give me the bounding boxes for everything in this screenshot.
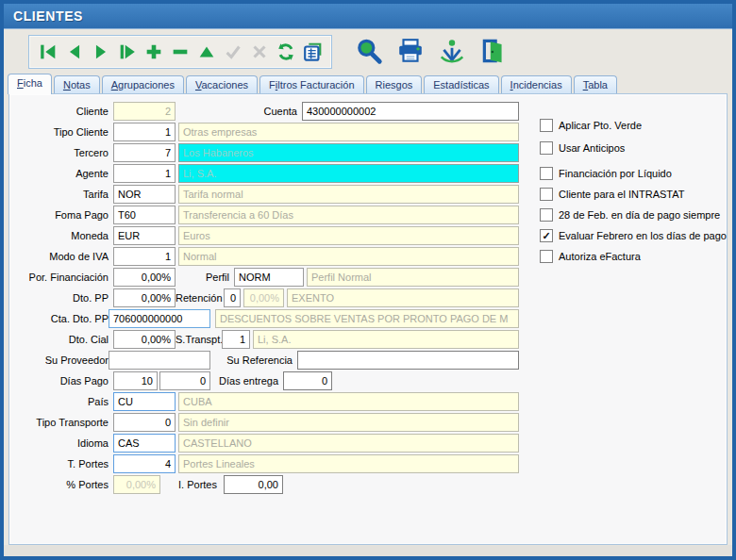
cancel-record-button[interactable] (248, 41, 271, 63)
toolbar (4, 29, 732, 73)
tipo-cliente-label: Tipo Cliente (9, 126, 109, 138)
idioma-code-field[interactable]: CAS (113, 434, 176, 453)
dto-pp-label: Dto. PP (9, 292, 109, 304)
triangle-up-icon (196, 41, 217, 62)
action-buttons (355, 34, 508, 68)
tipo-cliente-desc: Otras empresas (178, 123, 519, 141)
delete-record-button[interactable] (169, 41, 192, 63)
tipo-cliente-code-field[interactable]: 1 (113, 123, 176, 141)
modo-iva-code-field[interactable]: 1 (113, 247, 176, 266)
tipo-transporte-code-field[interactable]: 0 (113, 413, 176, 432)
exit-door-icon (479, 37, 508, 65)
checked-checkbox-icon[interactable]: ✓ (540, 229, 553, 242)
unchecked-checkbox-icon[interactable] (540, 208, 553, 222)
checkbox-label: Evaluar Febrero en los días de pago (559, 230, 727, 241)
post-record-button[interactable] (222, 41, 244, 63)
dias-entrega-field[interactable]: 0 (283, 371, 332, 390)
retencion-desc: EXENTO (287, 288, 519, 307)
window-title: CLIENTES (4, 8, 83, 24)
s-transpt-label: S.Transpt. (176, 334, 214, 345)
minus-icon (170, 41, 191, 62)
refresh-button[interactable] (275, 41, 297, 63)
tarifa-code-field[interactable]: NOR (113, 185, 176, 204)
search-button[interactable] (355, 37, 383, 65)
row-dias: Días Pago 10 0 Días entrega 0 (9, 371, 332, 390)
exit-button[interactable] (479, 37, 508, 65)
tab-notas[interactable]: Notas (54, 75, 100, 94)
i-portes-label: I. Portes (160, 479, 217, 490)
forma-pago-code-field[interactable]: T60 (113, 206, 176, 224)
checkbox-label: Usar Anticipos (559, 142, 625, 154)
checkbox-aplicar-pto-verde[interactable]: Aplicar Pto. Verde (540, 119, 642, 132)
next-record-button[interactable] (90, 41, 112, 63)
tab-incidencias[interactable]: Incidencias (501, 75, 572, 94)
plus-icon (143, 41, 164, 62)
su-referencia-field[interactable] (297, 351, 519, 370)
tab-agrupaciones[interactable]: Agrupaciones (102, 75, 184, 94)
cta-dto-pp-code-field[interactable]: 706000000000 (109, 309, 210, 328)
unchecked-checkbox-icon[interactable] (540, 141, 553, 155)
dto-cial-field[interactable]: 0,00% (113, 330, 176, 349)
row-forma-pago: Foma Pago T60 Transferencia a 60 Días (9, 206, 519, 224)
prior-record-icon (64, 41, 85, 62)
row-tarifa: Tarifa NOR Tarifa normal (9, 185, 519, 204)
su-proveedor-field[interactable] (109, 351, 210, 370)
checkbox-autoriza-efactura[interactable]: Autoriza eFactura (540, 250, 641, 263)
last-record-icon (117, 41, 138, 62)
unchecked-checkbox-icon[interactable] (540, 119, 553, 132)
row-idioma: Idioma CAS CASTELLANO (9, 434, 519, 453)
broadcast-button[interactable] (438, 37, 466, 65)
unchecked-checkbox-icon[interactable] (540, 167, 553, 180)
row-modo-iva: Modo de IVA 1 Normal (9, 247, 519, 266)
tarifa-desc: Tarifa normal (178, 185, 519, 204)
tab-tabla[interactable]: Tabla (574, 75, 617, 94)
dias-pago-field-1[interactable]: 10 (113, 371, 158, 390)
por-financiacion-label: Por. Financiación (9, 272, 109, 283)
moneda-code-field[interactable]: EUR (113, 226, 176, 245)
agente-label: Agente (9, 168, 109, 179)
s-transpt-code-field[interactable]: 1 (222, 330, 250, 349)
tab-bar: FichaNotasAgrupacionesVacacionesFiltros … (8, 74, 619, 94)
dias-pago-field-2[interactable]: 0 (159, 371, 210, 390)
prior-record-button[interactable] (63, 41, 86, 63)
first-record-button[interactable] (37, 41, 59, 63)
check-icon-disabled (223, 41, 243, 62)
pais-code-field[interactable]: CU (113, 392, 176, 411)
cuenta-field[interactable]: 430000000002 (302, 102, 519, 121)
agente-desc: Li, S.A. (178, 164, 519, 183)
unchecked-checkbox-icon[interactable] (540, 188, 553, 201)
tab-vacaciones[interactable]: Vacaciones (186, 75, 258, 94)
checkbox-label: Autoriza eFactura (559, 251, 641, 262)
checkbox-cliente-para-el-intrastat[interactable]: Cliente para el INTRASTAT (540, 188, 684, 201)
dto-pp-field[interactable]: 0,00% (113, 288, 176, 307)
checkbox-financiaci-n-por-l-quido[interactable]: Financiación por Líquido (540, 167, 672, 180)
unchecked-checkbox-icon[interactable] (540, 250, 553, 263)
edit-record-button[interactable] (195, 41, 218, 63)
tercero-code-field[interactable]: 7 (113, 143, 176, 162)
perfil-code-field[interactable]: NORM (234, 268, 304, 287)
checkbox-label: Cliente para el INTRASTAT (559, 189, 684, 200)
su-referencia-label: Su Referencia (210, 354, 293, 366)
tab-estad-sticas[interactable]: Estadísticas (424, 75, 498, 94)
tab-filtros-facturaci-n[interactable]: Filtros Facturación (259, 75, 364, 94)
cta-dto-pp-label: Cta. Dto. PP (9, 313, 109, 324)
table-view-button[interactable] (301, 41, 324, 63)
row-tercero: Tercero 7 Los Habaneros (9, 143, 519, 162)
i-portes-field[interactable]: 0,00 (224, 475, 283, 494)
por-financiacion-field[interactable]: 0,00% (113, 268, 176, 287)
print-button[interactable] (396, 37, 425, 65)
checkbox-usar-anticipos[interactable]: Usar Anticipos (540, 141, 625, 155)
checkbox-28-de-feb-en-d-a-de-pago-siempre[interactable]: 28 de Feb. en día de pago siempre (540, 208, 720, 222)
insert-record-button[interactable] (142, 41, 165, 63)
checkbox-evaluar-febrero-en-los-d-as-de-pago[interactable]: ✓Evaluar Febrero en los días de pago (540, 229, 727, 242)
t-portes-code-field[interactable]: 4 (113, 454, 176, 473)
dias-entrega-label: Días entrega (210, 375, 278, 387)
agente-code-field[interactable]: 1 (113, 164, 176, 183)
checkbox-label: 28 de Feb. en día de pago siempre (559, 209, 720, 221)
row-cliente: Cliente 2 Cuenta 430000000002 (9, 102, 519, 121)
last-record-button[interactable] (116, 41, 139, 63)
tab-riesgos[interactable]: Riesgos (366, 75, 423, 94)
tab-ficha[interactable]: Ficha (8, 74, 52, 94)
t-portes-label: T. Portes (9, 458, 109, 469)
retencion-code-field[interactable]: 0 (224, 288, 241, 307)
